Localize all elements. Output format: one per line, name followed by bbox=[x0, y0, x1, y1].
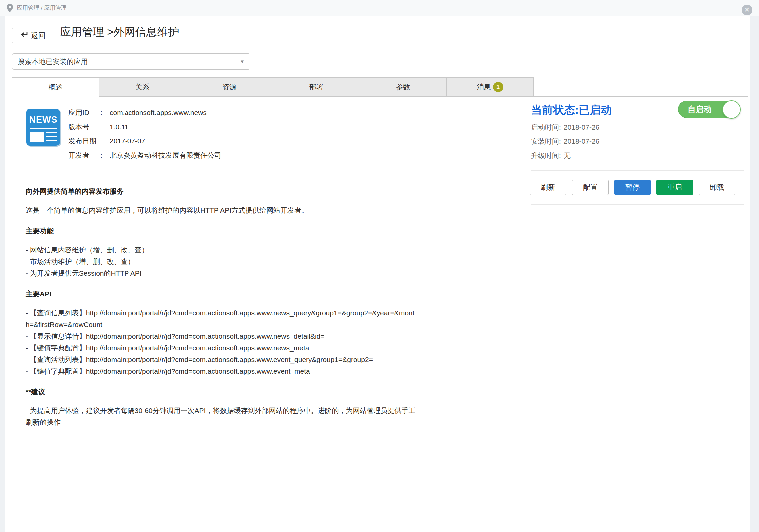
desc-paragraph: - 网站信息内容维护（增、删、改、查） - 市场活动维护（增、删、改、查） - … bbox=[26, 244, 418, 279]
tab-deploy[interactable]: 部署 bbox=[273, 77, 360, 97]
select-value: 搜索本地已安装的应用 bbox=[18, 57, 240, 66]
time-value: 2018-07-26 bbox=[564, 123, 599, 131]
tab-label: 参数 bbox=[396, 82, 410, 92]
page-title: 应用管理 >外网信息维护 bbox=[60, 25, 179, 40]
uninstall-button[interactable]: 卸载 bbox=[699, 180, 735, 195]
tab-label: 资源 bbox=[222, 82, 236, 92]
app-description: 向外网提供简单的内容发布服务这是一个简单的信息内容维护应用，可以将维护的内容以H… bbox=[26, 184, 418, 430]
tab-relations[interactable]: 关系 bbox=[99, 77, 186, 97]
config-button[interactable]: 配置 bbox=[572, 180, 609, 195]
field-value: 北京炎黄盈动科技发展有限责任公司 bbox=[110, 151, 221, 160]
tab-params[interactable]: 参数 bbox=[360, 77, 447, 97]
field-label: 开发者 bbox=[68, 151, 100, 160]
status-times: 启动时间:2018-07-26安装时间:2018-07-26升级时间:无 bbox=[531, 120, 599, 163]
app-field-row: 开发者:北京炎黄盈动科技发展有限责任公司 bbox=[68, 148, 221, 162]
tab-label: 概述 bbox=[49, 83, 63, 92]
desc-paragraph: - 为提高用户体验，建议开发者每隔30-60分钟调用一次API，将数据缓存到外部… bbox=[26, 405, 418, 428]
time-label: 升级时间: bbox=[531, 151, 561, 160]
time-value: 无 bbox=[564, 151, 571, 160]
divider bbox=[531, 170, 744, 171]
field-label: 版本号 bbox=[68, 122, 100, 132]
tab-resources[interactable]: 资源 bbox=[186, 77, 273, 97]
field-colon: : bbox=[100, 151, 110, 159]
field-value: 2017-07-07 bbox=[110, 137, 145, 145]
time-label: 启动时间: bbox=[531, 123, 561, 132]
autostart-toggle-label: 自启动 bbox=[688, 101, 712, 118]
tab-overview[interactable]: 概述 bbox=[12, 77, 99, 97]
back-arrow-icon bbox=[20, 31, 29, 40]
field-colon: : bbox=[100, 137, 110, 145]
field-colon: : bbox=[100, 123, 110, 131]
app-icon-label: NEWS bbox=[26, 115, 60, 125]
location-pin-icon bbox=[7, 4, 13, 14]
app-field-row: 发布日期:2017-07-07 bbox=[68, 134, 221, 148]
left-edge-strip bbox=[0, 0, 5, 532]
chevron-down-icon: ▼ bbox=[240, 59, 245, 64]
app-management-page: 应用管理 / 应用管理 ✕ 返回 应用管理 >外网信息维护 搜索本地已安装的应用… bbox=[0, 0, 759, 532]
app-icon: NEWS bbox=[26, 109, 60, 146]
time-value: 2018-07-26 bbox=[564, 137, 599, 145]
time-label: 安装时间: bbox=[531, 137, 561, 146]
desc-heading: 向外网提供简单的内容发布服务 bbox=[26, 186, 418, 196]
toggle-knob bbox=[722, 100, 741, 119]
tab-bar: 概述关系资源部署参数消息1 bbox=[12, 77, 534, 97]
action-button-row: 刷新配置暂停重启卸载 bbox=[530, 180, 735, 195]
desc-heading: 主要API bbox=[26, 289, 418, 299]
time-row: 升级时间:无 bbox=[531, 148, 599, 163]
right-edge-strip bbox=[750, 0, 759, 532]
desc-heading: **建议 bbox=[26, 387, 418, 397]
restart-button[interactable]: 重启 bbox=[656, 180, 693, 195]
desc-heading: 主要功能 bbox=[26, 226, 418, 236]
back-button-label: 返回 bbox=[31, 31, 46, 41]
time-row: 启动时间:2018-07-26 bbox=[531, 120, 599, 134]
tab-label: 关系 bbox=[135, 82, 149, 92]
field-label: 应用ID bbox=[68, 108, 100, 117]
pause-button[interactable]: 暂停 bbox=[614, 180, 651, 195]
app-field-row: 版本号:1.0.11 bbox=[68, 120, 221, 134]
app-search-select[interactable]: 搜索本地已安装的应用 ▼ bbox=[12, 53, 250, 70]
tab-messages[interactable]: 消息1 bbox=[446, 77, 534, 97]
field-colon: : bbox=[100, 109, 110, 117]
field-label: 发布日期 bbox=[68, 136, 100, 146]
message-count-badge: 1 bbox=[493, 82, 503, 92]
desc-paragraph: 这是一个简单的信息内容维护应用，可以将维护的内容以HTTP API方式提供给网站… bbox=[26, 204, 418, 216]
status-text: 当前状态:已启动 bbox=[531, 103, 612, 118]
app-info-fields: 应用ID:com.actionsoft.apps.www.news版本号:1.0… bbox=[68, 105, 221, 162]
autostart-toggle[interactable]: 自启动 bbox=[678, 101, 740, 118]
close-icon[interactable]: ✕ bbox=[742, 5, 752, 15]
time-row: 安装时间:2018-07-26 bbox=[531, 134, 599, 148]
topbar: 应用管理 / 应用管理 ✕ bbox=[0, 0, 759, 16]
desc-paragraph: - 【查询信息列表】http://domain:port/portal/r/jd… bbox=[26, 307, 418, 377]
refresh-button[interactable]: 刷新 bbox=[530, 180, 566, 195]
tab-label: 消息 bbox=[477, 82, 491, 92]
divider bbox=[531, 204, 744, 205]
app-field-row: 应用ID:com.actionsoft.apps.www.news bbox=[68, 105, 221, 120]
content-panel: NEWS 应用ID:com.actionsoft.apps.www.news版本… bbox=[12, 96, 748, 532]
breadcrumb: 应用管理 / 应用管理 bbox=[17, 0, 67, 16]
back-button[interactable]: 返回 bbox=[12, 28, 53, 43]
tab-label: 部署 bbox=[309, 82, 323, 92]
field-value: 1.0.11 bbox=[110, 123, 128, 131]
field-value: com.actionsoft.apps.www.news bbox=[110, 109, 207, 117]
